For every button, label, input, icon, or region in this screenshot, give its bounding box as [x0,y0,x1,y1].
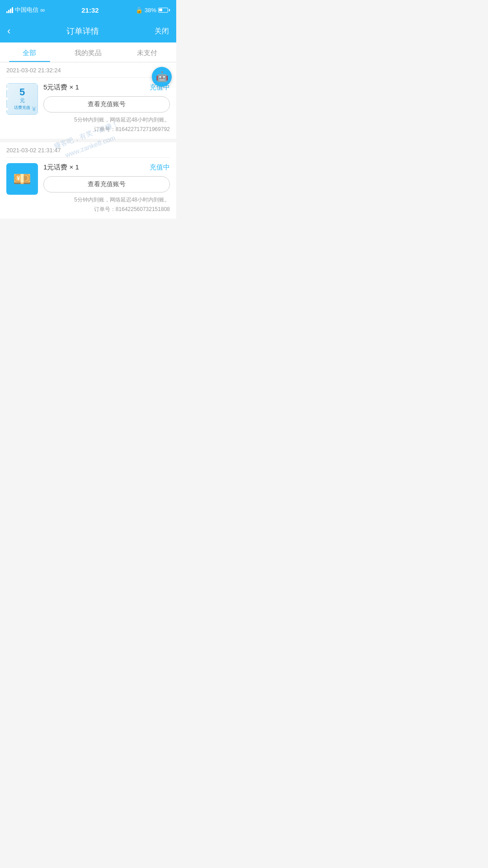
status-bar: 中国电信 ∞ 21:32 🔒 38% [0,0,176,20]
order-row-1: 5 元 话费充值 ¥ 5元话费 × 1 充值中 查看充值账号 5分钟内到账，网络… [0,78,176,139]
back-button[interactable]: ‹ [7,25,10,37]
product-name-2: 1元话费 × 1 [43,163,79,172]
robot-icon: 🤖 [156,71,168,83]
order-item-2: 2021-03-02 21:31:47 💴 1元话费 × 1 充值中 查看充值账… [0,142,176,219]
product-name-1: 5元话费 × 1 [43,83,79,92]
battery-icon [158,8,170,13]
lock-icon: 🔒 [136,7,143,14]
order-row-2: 💴 1元话费 × 1 充值中 查看充值账号 5分钟内到账，网络延迟48小时内到账… [0,158,176,219]
battery-label: 38% [145,7,156,14]
tab-all[interactable]: 全部 [0,42,59,62]
order-info-2: 1元话费 × 1 充值中 查看充值账号 5分钟内到账，网络延迟48小时内到账。 … [43,163,170,213]
yuan-icon: ¥ [32,105,36,113]
order-date-1: 2021-03-02 21:32:24 [0,62,176,77]
order-info-1: 5元话费 × 1 充值中 查看充值账号 5分钟内到账，网络延迟48小时内到账。 … [43,83,170,133]
order-number-2: 订单号：816422560732151808 [43,206,170,213]
order-status-2: 充值中 [150,163,170,172]
delivery-note-2: 5分钟内到账，网络延迟48小时内到账。 [43,196,170,204]
order-info-row-2: 1元话费 × 1 充值中 [43,163,170,172]
delivery-note-1: 5分钟内到账，网络延迟48小时内到账。 [43,116,170,124]
order-info-row-1: 5元话费 × 1 充值中 [43,83,170,92]
content-area: 赚客吧，有奖一起赚！ www.zanke8.com 2021-03-02 21:… [0,62,176,219]
view-account-btn-1[interactable]: 查看充值账号 [43,96,170,113]
status-left: 中国电信 ∞ [6,6,45,14]
tabs: 全部 我的奖品 未支付 [0,42,176,62]
status-right: 🔒 38% [136,7,170,14]
order-item-1: 2021-03-02 21:32:24 5 元 话费充值 ¥ [0,62,176,139]
phone-graphic: 💴 [6,163,38,195]
carrier-label: 中国电信 [15,6,38,14]
tab-prizes[interactable]: 我的奖品 [59,42,117,62]
close-button[interactable]: 关闭 [155,27,169,36]
robot-button[interactable]: 🤖 [152,67,172,87]
link-icon: ∞ [40,6,45,14]
tabs-wrapper: 全部 我的奖品 未支付 🤖 [0,42,176,62]
product-image-1: 5 元 话费充值 ¥ [6,83,38,115]
tab-unpaid[interactable]: 未支付 [117,42,176,62]
product-image-2: 💴 [6,163,38,195]
view-account-btn-2[interactable]: 查看充值账号 [43,176,170,192]
order-number-1: 订单号：816422717271969792 [43,126,170,133]
voucher-5-graphic: 5 元 话费充值 ¥ [6,83,38,115]
order-date-2: 2021-03-02 21:31:47 [0,142,176,157]
voucher-cuts [7,84,10,114]
phone-icon: 💴 [13,170,31,188]
signal-icon [6,7,13,13]
time-label: 21:32 [81,6,99,14]
nav-bar: ‹ 订单详情 关闭 [0,20,176,42]
page-title: 订单详情 [66,26,99,37]
